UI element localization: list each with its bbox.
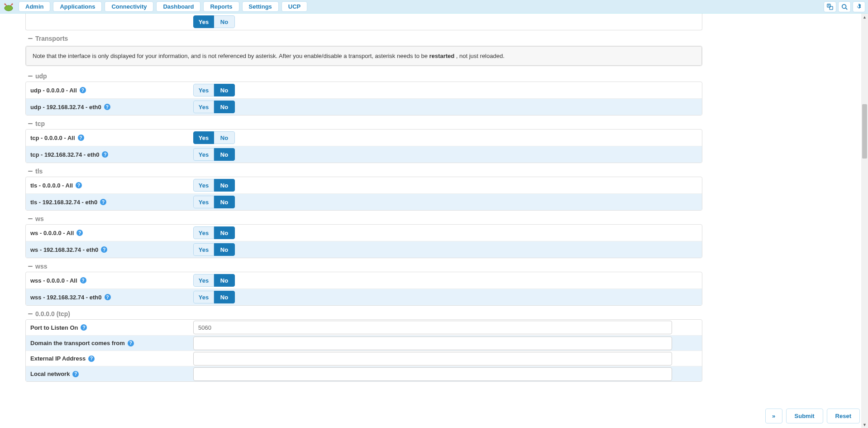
extip-row: External IP Address ?: [26, 351, 702, 366]
reset-button[interactable]: Reset: [827, 409, 860, 415]
svg-point-0: [5, 5, 13, 11]
svg-point-4: [12, 3, 13, 5]
help-icon[interactable]: ?: [101, 246, 107, 253]
transport-label: udp - 192.168.32.74 - eth0: [30, 104, 101, 111]
transport-toggle[interactable]: YesNo: [193, 274, 235, 287]
prev-toggle-no[interactable]: No: [214, 15, 235, 28]
toggle-no[interactable]: No: [214, 148, 235, 161]
toggle-no[interactable]: No: [214, 291, 235, 303]
transport-toggle[interactable]: YesNo: [193, 243, 235, 256]
language-icon[interactable]: [824, 1, 836, 12]
toggle-yes[interactable]: Yes: [193, 243, 214, 256]
scroll-up-icon[interactable]: ▲: [861, 14, 868, 20]
info-text-bold: restarted: [429, 53, 455, 59]
domain-row: Domain the transport comes from ?: [26, 335, 702, 351]
toggle-no[interactable]: No: [214, 196, 235, 208]
nav-reports[interactable]: Reports: [203, 1, 239, 12]
localnet-label: Local network: [30, 370, 70, 377]
help-icon[interactable]: ?: [76, 182, 82, 188]
toggle-no[interactable]: No: [214, 101, 235, 113]
expand-button[interactable]: »: [765, 409, 782, 415]
transport-toggle[interactable]: YesNo: [193, 84, 235, 96]
toggle-yes[interactable]: Yes: [193, 101, 214, 113]
port-input[interactable]: [193, 321, 672, 334]
toggle-yes[interactable]: Yes: [193, 291, 214, 303]
footer-bar: » Submit Reset: [763, 409, 862, 415]
search-icon[interactable]: [838, 1, 851, 12]
nav-applications[interactable]: Applications: [53, 1, 102, 12]
transport-toggle[interactable]: YesNo: [193, 226, 235, 239]
help-icon[interactable]: ?: [76, 230, 83, 236]
domain-label: Domain the transport comes from: [30, 340, 125, 346]
submit-button[interactable]: Submit: [786, 409, 823, 415]
transport-row: ws - 0.0.0.0 - All?YesNo: [26, 225, 702, 241]
group-title: tcp: [35, 120, 45, 127]
toggle-yes[interactable]: Yes: [193, 226, 214, 239]
group-heading-wss[interactable]: wss: [25, 260, 702, 272]
transport-label: tcp - 192.168.32.74 - eth0: [30, 151, 99, 158]
svg-line-8: [846, 8, 848, 10]
collapse-icon: [28, 218, 33, 219]
group-heading-tcp[interactable]: tcp: [25, 117, 702, 129]
toggle-yes[interactable]: Yes: [193, 274, 214, 287]
toggle-yes[interactable]: Yes: [193, 148, 214, 161]
group-heading-ws[interactable]: ws: [25, 212, 702, 224]
transport-label: wss - 0.0.0.0 - All: [30, 277, 77, 284]
help-icon[interactable]: ?: [100, 199, 106, 205]
help-icon[interactable]: ?: [72, 371, 79, 377]
help-icon[interactable]: ?: [128, 340, 134, 346]
help-icon[interactable]: ?: [80, 277, 86, 284]
group-heading-tls[interactable]: tls: [25, 165, 702, 177]
transport-toggle[interactable]: YesNo: [193, 131, 235, 144]
help-icon[interactable]: ?: [105, 294, 111, 300]
toggle-yes[interactable]: Yes: [193, 179, 214, 192]
toggle-no[interactable]: No: [214, 179, 235, 192]
toggle-yes[interactable]: Yes: [193, 131, 214, 144]
toggle-yes[interactable]: Yes: [193, 84, 214, 96]
help-icon[interactable]: ?: [88, 356, 95, 362]
help-icon[interactable]: ?: [81, 324, 87, 331]
transport-row: tls - 0.0.0.0 - All?YesNo: [26, 177, 702, 193]
nav-connectivity[interactable]: Connectivity: [105, 1, 153, 12]
prev-toggle-yes[interactable]: Yes: [193, 15, 214, 28]
window-scrollbar[interactable]: ▲ ▼: [861, 14, 868, 415]
transport-toggle[interactable]: YesNo: [193, 101, 235, 113]
gear-icon[interactable]: [853, 1, 865, 12]
transport-label: ws - 192.168.32.74 - eth0: [30, 246, 98, 253]
nav-settings[interactable]: Settings: [242, 1, 279, 12]
tcp-section-heading[interactable]: 0.0.0.0 (tcp): [25, 308, 702, 319]
nav-admin[interactable]: Admin: [19, 1, 50, 12]
extip-input[interactable]: [193, 352, 672, 365]
transport-toggle[interactable]: YesNo: [193, 179, 235, 192]
help-icon[interactable]: ?: [104, 104, 110, 110]
transport-label: tls - 0.0.0.0 - All: [30, 182, 73, 189]
scroll-thumb[interactable]: [862, 104, 867, 159]
transport-toggle[interactable]: YesNo: [193, 148, 235, 161]
toggle-no[interactable]: No: [214, 131, 235, 144]
nav-dashboard[interactable]: Dashboard: [156, 1, 200, 12]
transport-label: wss - 192.168.32.74 - eth0: [30, 294, 102, 301]
toggle-yes[interactable]: Yes: [193, 196, 214, 208]
transport-label: udp - 0.0.0.0 - All: [30, 87, 77, 94]
localnet-row: Local network ?: [26, 366, 702, 381]
group-heading-udp[interactable]: udp: [25, 70, 702, 82]
domain-input[interactable]: [193, 337, 672, 350]
transports-heading[interactable]: Transports: [25, 32, 702, 44]
transport-row: wss - 0.0.0.0 - All?YesNo: [26, 272, 702, 289]
nav-ucp[interactable]: UCP: [281, 1, 307, 12]
group-title: tls: [35, 168, 43, 175]
transport-toggle[interactable]: YesNo: [193, 196, 235, 208]
help-icon[interactable]: ?: [78, 135, 84, 141]
toggle-no[interactable]: No: [214, 274, 235, 287]
help-icon[interactable]: ?: [80, 87, 86, 93]
prev-toggle[interactable]: Yes No: [193, 15, 235, 28]
collapse-icon: [28, 76, 33, 77]
localnet-input[interactable]: [193, 367, 672, 381]
transport-toggle[interactable]: YesNo: [193, 291, 235, 303]
transport-row: udp - 0.0.0.0 - All?YesNo: [26, 82, 702, 98]
toggle-no[interactable]: No: [214, 243, 235, 256]
toggle-no[interactable]: No: [214, 226, 235, 239]
toggle-no[interactable]: No: [214, 84, 235, 96]
help-icon[interactable]: ?: [102, 151, 108, 158]
svg-point-3: [5, 3, 6, 5]
